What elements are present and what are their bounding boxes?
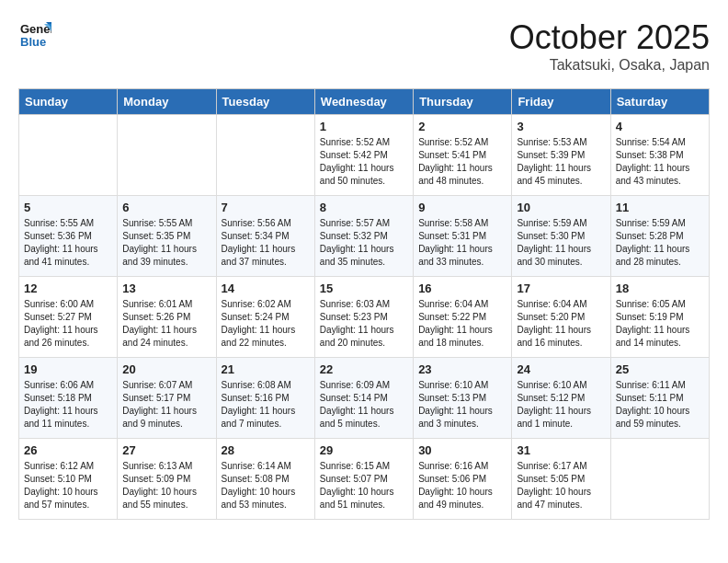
day-info: Sunrise: 6:17 AM Sunset: 5:05 PM Dayligh… xyxy=(517,460,605,511)
day-number: 8 xyxy=(320,201,408,214)
month-title: October 2025 xyxy=(509,18,710,57)
calendar-cell: 3Sunrise: 5:53 AM Sunset: 5:39 PM Daylig… xyxy=(512,115,610,196)
day-number: 7 xyxy=(222,201,310,214)
calendar-week-row: 19Sunrise: 6:06 AM Sunset: 5:18 PM Dayli… xyxy=(19,358,710,439)
day-number: 1 xyxy=(320,120,408,133)
day-info: Sunrise: 6:00 AM Sunset: 5:27 PM Dayligh… xyxy=(24,298,112,350)
calendar-cell: 19Sunrise: 6:06 AM Sunset: 5:18 PM Dayli… xyxy=(19,358,118,439)
day-info: Sunrise: 6:09 AM Sunset: 5:14 PM Dayligh… xyxy=(320,379,408,431)
calendar-week-row: 5Sunrise: 5:55 AM Sunset: 5:36 PM Daylig… xyxy=(19,196,710,277)
day-info: Sunrise: 6:14 AM Sunset: 5:08 PM Dayligh… xyxy=(222,460,310,511)
weekday-header-tuesday: Tuesday xyxy=(216,89,314,115)
calendar-cell: 12Sunrise: 6:00 AM Sunset: 5:27 PM Dayli… xyxy=(19,277,118,358)
calendar-cell: 29Sunrise: 6:15 AM Sunset: 5:07 PM Dayli… xyxy=(314,439,413,520)
weekday-header-saturday: Saturday xyxy=(610,89,709,115)
calendar-cell: 6Sunrise: 5:55 AM Sunset: 5:35 PM Daylig… xyxy=(118,196,216,277)
calendar-cell: 22Sunrise: 6:09 AM Sunset: 5:14 PM Dayli… xyxy=(314,358,413,439)
day-number: 22 xyxy=(320,362,408,376)
day-number: 29 xyxy=(320,443,408,457)
day-info: Sunrise: 5:52 AM Sunset: 5:41 PM Dayligh… xyxy=(418,136,506,188)
calendar-cell xyxy=(610,439,709,520)
day-number: 21 xyxy=(222,362,310,376)
day-number: 23 xyxy=(418,362,506,376)
day-number: 26 xyxy=(24,443,112,457)
calendar-week-row: 26Sunrise: 6:12 AM Sunset: 5:10 PM Dayli… xyxy=(19,439,710,520)
day-info: Sunrise: 5:53 AM Sunset: 5:39 PM Dayligh… xyxy=(517,136,605,188)
calendar-cell xyxy=(19,115,118,196)
day-number: 6 xyxy=(122,201,210,214)
weekday-header-row: SundayMondayTuesdayWednesdayThursdayFrid… xyxy=(19,89,710,115)
day-info: Sunrise: 6:15 AM Sunset: 5:07 PM Dayligh… xyxy=(320,460,408,511)
calendar-cell: 7Sunrise: 5:56 AM Sunset: 5:34 PM Daylig… xyxy=(216,196,314,277)
day-info: Sunrise: 6:08 AM Sunset: 5:16 PM Dayligh… xyxy=(222,379,310,431)
calendar-cell: 9Sunrise: 5:58 AM Sunset: 5:31 PM Daylig… xyxy=(414,196,512,277)
day-info: Sunrise: 5:52 AM Sunset: 5:42 PM Dayligh… xyxy=(320,136,408,188)
day-number: 30 xyxy=(418,443,506,457)
calendar-cell: 16Sunrise: 6:04 AM Sunset: 5:22 PM Dayli… xyxy=(414,277,512,358)
calendar-cell: 31Sunrise: 6:17 AM Sunset: 5:05 PM Dayli… xyxy=(512,439,610,520)
weekday-header-thursday: Thursday xyxy=(414,89,512,115)
day-info: Sunrise: 5:59 AM Sunset: 5:28 PM Dayligh… xyxy=(616,217,704,269)
calendar-cell: 23Sunrise: 6:10 AM Sunset: 5:13 PM Dayli… xyxy=(414,358,512,439)
calendar-cell: 17Sunrise: 6:04 AM Sunset: 5:20 PM Dayli… xyxy=(512,277,610,358)
day-info: Sunrise: 6:04 AM Sunset: 5:20 PM Dayligh… xyxy=(517,298,605,350)
calendar-cell: 15Sunrise: 6:03 AM Sunset: 5:23 PM Dayli… xyxy=(314,277,413,358)
calendar-cell: 13Sunrise: 6:01 AM Sunset: 5:26 PM Dayli… xyxy=(118,277,216,358)
day-info: Sunrise: 6:13 AM Sunset: 5:09 PM Dayligh… xyxy=(122,460,210,511)
day-number: 2 xyxy=(418,120,506,133)
day-info: Sunrise: 6:10 AM Sunset: 5:12 PM Dayligh… xyxy=(517,379,605,431)
calendar-cell: 28Sunrise: 6:14 AM Sunset: 5:08 PM Dayli… xyxy=(216,439,314,520)
day-info: Sunrise: 6:03 AM Sunset: 5:23 PM Dayligh… xyxy=(320,298,408,350)
calendar-table: SundayMondayTuesdayWednesdayThursdayFrid… xyxy=(18,88,710,520)
calendar-cell: 11Sunrise: 5:59 AM Sunset: 5:28 PM Dayli… xyxy=(610,196,709,277)
day-info: Sunrise: 5:55 AM Sunset: 5:36 PM Dayligh… xyxy=(24,217,112,269)
calendar-cell: 14Sunrise: 6:02 AM Sunset: 5:24 PM Dayli… xyxy=(216,277,314,358)
calendar-cell: 25Sunrise: 6:11 AM Sunset: 5:11 PM Dayli… xyxy=(610,358,709,439)
day-info: Sunrise: 5:55 AM Sunset: 5:35 PM Dayligh… xyxy=(122,217,210,269)
day-info: Sunrise: 6:01 AM Sunset: 5:26 PM Dayligh… xyxy=(122,298,210,350)
day-number: 11 xyxy=(616,201,704,214)
day-number: 14 xyxy=(222,282,310,295)
day-number: 27 xyxy=(122,443,210,457)
logo-icon: General Blue xyxy=(18,18,51,52)
day-info: Sunrise: 6:02 AM Sunset: 5:24 PM Dayligh… xyxy=(222,298,310,350)
day-info: Sunrise: 5:58 AM Sunset: 5:31 PM Dayligh… xyxy=(418,217,506,269)
calendar-cell xyxy=(216,115,314,196)
calendar-cell: 21Sunrise: 6:08 AM Sunset: 5:16 PM Dayli… xyxy=(216,358,314,439)
calendar-cell: 27Sunrise: 6:13 AM Sunset: 5:09 PM Dayli… xyxy=(118,439,216,520)
location: Takatsuki, Osaka, Japan xyxy=(509,57,710,74)
calendar-cell: 10Sunrise: 5:59 AM Sunset: 5:30 PM Dayli… xyxy=(512,196,610,277)
weekday-header-sunday: Sunday xyxy=(19,89,118,115)
calendar-cell: 30Sunrise: 6:16 AM Sunset: 5:06 PM Dayli… xyxy=(414,439,512,520)
day-number: 4 xyxy=(616,120,704,133)
calendar-week-row: 12Sunrise: 6:00 AM Sunset: 5:27 PM Dayli… xyxy=(19,277,710,358)
day-info: Sunrise: 5:56 AM Sunset: 5:34 PM Dayligh… xyxy=(222,217,310,269)
calendar-cell: 24Sunrise: 6:10 AM Sunset: 5:12 PM Dayli… xyxy=(512,358,610,439)
day-number: 15 xyxy=(320,282,408,295)
day-info: Sunrise: 6:06 AM Sunset: 5:18 PM Dayligh… xyxy=(24,379,112,431)
weekday-header-friday: Friday xyxy=(512,89,610,115)
weekday-header-wednesday: Wednesday xyxy=(314,89,413,115)
calendar-cell: 26Sunrise: 6:12 AM Sunset: 5:10 PM Dayli… xyxy=(19,439,118,520)
day-number: 13 xyxy=(122,282,210,295)
calendar-cell: 1Sunrise: 5:52 AM Sunset: 5:42 PM Daylig… xyxy=(314,115,413,196)
day-info: Sunrise: 6:10 AM Sunset: 5:13 PM Dayligh… xyxy=(418,379,506,431)
day-info: Sunrise: 5:59 AM Sunset: 5:30 PM Dayligh… xyxy=(517,217,605,269)
day-number: 17 xyxy=(517,282,605,295)
day-number: 28 xyxy=(222,443,310,457)
day-info: Sunrise: 5:57 AM Sunset: 5:32 PM Dayligh… xyxy=(320,217,408,269)
day-info: Sunrise: 6:05 AM Sunset: 5:19 PM Dayligh… xyxy=(616,298,704,350)
calendar-cell: 2Sunrise: 5:52 AM Sunset: 5:41 PM Daylig… xyxy=(414,115,512,196)
day-number: 10 xyxy=(517,201,605,214)
weekday-header-monday: Monday xyxy=(118,89,216,115)
day-info: Sunrise: 6:07 AM Sunset: 5:17 PM Dayligh… xyxy=(122,379,210,431)
day-number: 19 xyxy=(24,362,112,376)
title-block: October 2025 Takatsuki, Osaka, Japan xyxy=(509,18,710,74)
logo: General Blue xyxy=(18,18,51,55)
svg-text:Blue: Blue xyxy=(20,35,46,49)
page-header: General Blue October 2025 Takatsuki, Osa… xyxy=(18,18,710,74)
day-info: Sunrise: 6:12 AM Sunset: 5:10 PM Dayligh… xyxy=(24,460,112,511)
day-number: 12 xyxy=(24,282,112,295)
day-number: 16 xyxy=(418,282,506,295)
day-info: Sunrise: 6:04 AM Sunset: 5:22 PM Dayligh… xyxy=(418,298,506,350)
